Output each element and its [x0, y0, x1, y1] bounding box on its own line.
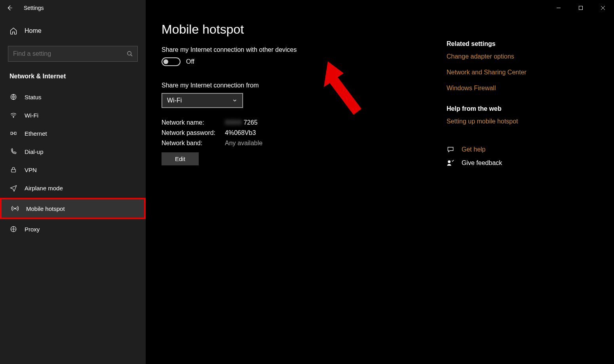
sidebar-item-wifi[interactable]: Wi-Fi: [0, 106, 146, 124]
sidebar-item-vpn[interactable]: VPN: [0, 161, 146, 179]
network-name-value-blurred: XXXX: [225, 119, 242, 126]
sidebar-item-status[interactable]: Status: [0, 88, 146, 106]
network-password-value: 4%068Vb3: [225, 129, 439, 136]
edit-button[interactable]: Edit: [162, 152, 199, 165]
network-password-label: Network password:: [162, 129, 225, 136]
back-button[interactable]: [0, 0, 19, 16]
svg-rect-9: [14, 132, 16, 135]
svg-point-4: [127, 51, 131, 55]
titlebar: Settings: [0, 0, 614, 16]
feedback-icon: [447, 159, 454, 167]
svg-rect-8: [11, 132, 13, 135]
sidebar-item-dialup[interactable]: Dial-up: [0, 142, 146, 161]
sidebar-item-label: Ethernet: [25, 130, 47, 137]
dialup-icon: [10, 148, 17, 155]
link-windows-firewall[interactable]: Windows Firewall: [447, 85, 573, 92]
network-name-value: 7265: [243, 119, 258, 126]
section-header: Network & Internet: [0, 70, 146, 88]
sidebar-item-label: Airplane mode: [25, 185, 63, 191]
page-title: Mobile hotspot: [162, 22, 439, 37]
search-icon: [127, 51, 133, 57]
network-band-value: Any available: [225, 140, 439, 147]
sidebar-item-label: Wi-Fi: [25, 112, 38, 119]
related-settings-heading: Related settings: [447, 40, 573, 47]
annotation-highlight: Mobile hotspot: [0, 198, 146, 219]
get-help-link[interactable]: Get help: [462, 146, 485, 153]
sidebar: Home Network & Internet Status Wi-Fi E: [0, 0, 146, 364]
wifi-icon: [10, 112, 17, 119]
toggle-state-label: Off: [186, 58, 194, 65]
status-icon: [10, 93, 17, 100]
svg-rect-11: [11, 169, 16, 172]
share-from-dropdown[interactable]: Wi-Fi: [162, 93, 243, 108]
vpn-icon: [10, 166, 17, 173]
share-toggle[interactable]: [162, 57, 181, 66]
sidebar-item-proxy[interactable]: Proxy: [0, 220, 146, 238]
home-icon: [10, 27, 17, 35]
network-band-label: Network band:: [162, 140, 225, 147]
help-from-web-heading: Help from the web: [447, 105, 573, 112]
search-input[interactable]: [8, 46, 138, 62]
share-connection-label: Share my Internet connection with other …: [162, 46, 439, 53]
right-panel: Related settings Change adapter options …: [439, 22, 573, 356]
minimize-button[interactable]: [547, 0, 570, 16]
chevron-down-icon: [232, 98, 238, 103]
sidebar-item-label: Dial-up: [25, 148, 44, 155]
link-setup-hotspot[interactable]: Setting up mobile hotspot: [447, 118, 573, 125]
ethernet-icon: [10, 130, 17, 137]
home-label: Home: [25, 27, 42, 34]
link-change-adapter[interactable]: Change adapter options: [447, 53, 573, 60]
home-button[interactable]: Home: [0, 22, 146, 40]
airplane-icon: [10, 184, 17, 191]
sidebar-item-ethernet[interactable]: Ethernet: [0, 124, 146, 142]
main-content: Mobile hotspot Share my Internet connect…: [146, 0, 614, 364]
svg-point-12: [15, 208, 16, 209]
share-from-label: Share my Internet connection from: [162, 82, 439, 89]
hotspot-icon: [11, 205, 19, 212]
svg-rect-1: [579, 6, 583, 10]
close-button[interactable]: [592, 0, 614, 16]
chat-icon: [447, 146, 454, 154]
proxy-icon: [10, 226, 17, 233]
give-feedback-link[interactable]: Give feedback: [462, 159, 502, 167]
dropdown-value: Wi-Fi: [167, 97, 182, 104]
svg-line-5: [131, 55, 132, 56]
search-box[interactable]: [8, 46, 138, 62]
network-name-label: Network name:: [162, 119, 225, 126]
sidebar-item-label: Status: [25, 94, 42, 100]
window-title: Settings: [24, 5, 44, 11]
maximize-button[interactable]: [570, 0, 592, 16]
sidebar-item-label: VPN: [25, 167, 37, 173]
sidebar-item-hotspot[interactable]: Mobile hotspot: [2, 199, 144, 218]
link-network-sharing[interactable]: Network and Sharing Center: [447, 69, 573, 76]
svg-point-7: [13, 117, 14, 118]
sidebar-item-airplane[interactable]: Airplane mode: [0, 179, 146, 197]
svg-point-14: [448, 160, 451, 163]
sidebar-item-label: Proxy: [25, 226, 40, 233]
sidebar-item-label: Mobile hotspot: [26, 205, 65, 212]
